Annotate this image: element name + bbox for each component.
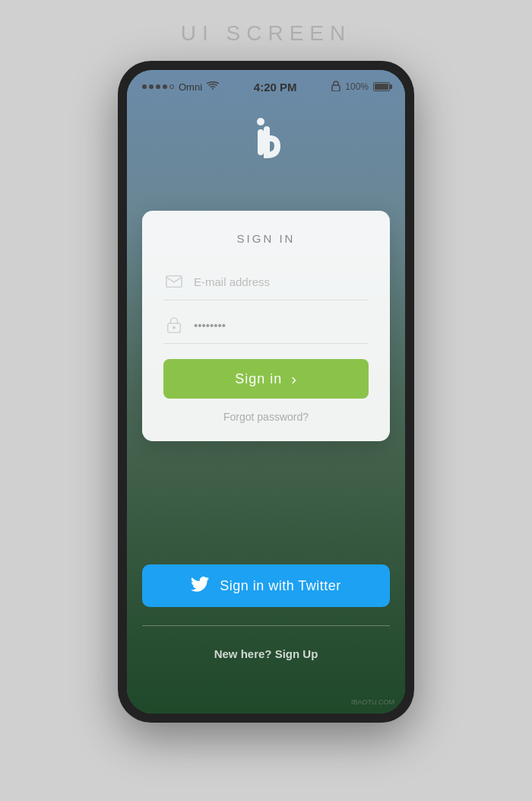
battery-percent: 100% [345,81,369,92]
password-input-row[interactable] [163,307,369,344]
forgot-password-link[interactable]: Forgot password? [163,411,369,423]
dot-1 [142,84,147,89]
email-input-row[interactable] [163,263,369,300]
battery-icon [373,82,390,91]
logo-area [127,116,405,176]
svg-rect-2 [258,129,264,155]
svg-rect-0 [332,85,340,91]
email-input[interactable] [194,275,369,288]
phone-frame: Omni 4:20 PM 1 [118,61,414,723]
dot-2 [149,84,154,89]
svg-point-5 [173,326,176,329]
signin-button-label: Sign in [235,371,282,387]
twitter-signin-button[interactable]: Sign in with Twitter [142,564,390,607]
dot-4 [163,84,167,89]
carrier-label: Omni [179,81,202,93]
page-title: UI SCREEN [181,21,351,46]
divider-line [142,625,390,626]
status-time: 4:20 PM [254,81,297,94]
status-bar: Omni 4:20 PM 1 [127,70,405,103]
email-icon [163,271,185,292]
status-left: Omni [142,81,219,93]
signup-label: New here? Sign Up [214,647,318,660]
twitter-bird-icon [191,577,209,596]
app-logo [239,116,293,176]
wifi-icon [207,81,219,93]
dot-3 [156,84,160,89]
signin-card: SIGN IN [142,211,390,441]
signal-dots [142,84,174,89]
signin-button[interactable]: Sign in › [163,359,369,399]
lock-icon [331,81,340,94]
lock-field-icon [163,314,185,335]
svg-point-1 [257,118,264,126]
phone-screen: Omni 4:20 PM 1 [127,70,405,714]
dot-5 [169,84,174,89]
twitter-button-label: Sign in with Twitter [220,578,341,594]
password-input[interactable] [194,319,369,332]
watermark: IBAOTU.COM [351,698,394,706]
signin-title: SIGN IN [163,232,369,245]
chevron-right-icon: › [291,370,297,388]
status-right: 100% [331,81,390,94]
svg-rect-3 [166,276,182,288]
signup-text[interactable]: New here? Sign Up [127,647,405,660]
